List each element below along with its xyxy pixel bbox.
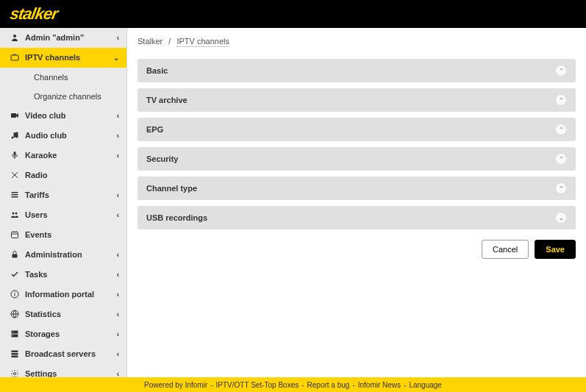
chevron-up-icon: ⌃ <box>555 153 567 165</box>
sidebar-item-label: Admin "admin" <box>25 33 84 42</box>
svg-rect-2 <box>11 113 16 118</box>
save-button[interactable]: Save <box>535 240 576 259</box>
sidebar-sub-organize-channels[interactable]: Organize channels <box>0 87 126 106</box>
breadcrumb-parent[interactable]: Stalker <box>137 37 162 46</box>
lock-icon <box>10 250 19 259</box>
svg-point-10 <box>12 213 15 215</box>
mic-icon <box>10 151 19 160</box>
sidebar-item-admin-admin-[interactable]: Admin "admin"‹ <box>0 28 126 48</box>
sidebar-sub-channels[interactable]: Channels <box>0 68 126 87</box>
sidebar-item-audio-club[interactable]: Audio club‹ <box>0 126 126 146</box>
chevron-left-icon: ‹ <box>117 251 119 259</box>
footer-link-reportbug[interactable]: Report a bug <box>307 381 350 389</box>
sidebar-item-broadcast-servers[interactable]: Broadcast servers‹ <box>0 344 126 364</box>
chevron-up-icon: ⌃ <box>555 65 567 76</box>
panel-title: USB recordings <box>146 213 207 222</box>
svg-rect-8 <box>12 194 18 196</box>
svg-point-6 <box>14 174 15 176</box>
layout: Admin "admin"‹IPTV channels⌄ChannelsOrga… <box>0 28 586 377</box>
panel-usb-recordings[interactable]: USB recordings⌄ <box>137 206 576 229</box>
chevron-left-icon: ‹ <box>117 112 119 120</box>
chevron-left-icon: ‹ <box>117 330 119 338</box>
topbar: stalker <box>0 0 586 28</box>
panel-title: TV archive <box>146 96 187 104</box>
sidebar-item-label: Audio club <box>25 131 67 140</box>
chevron-left-icon: ‹ <box>117 34 119 42</box>
svg-rect-26 <box>12 353 18 355</box>
info-icon <box>10 290 19 299</box>
sidebar-item-label: Events <box>25 230 51 239</box>
svg-rect-1 <box>11 55 18 60</box>
chevron-down-icon: ⌄ <box>113 54 119 62</box>
chevron-left-icon: ‹ <box>117 132 119 140</box>
sidebar-item-label: Tariffs <box>25 190 49 199</box>
chevron-down-icon: ⌄ <box>555 212 567 224</box>
check-icon <box>10 270 19 279</box>
sidebar-item-administration[interactable]: Administration‹ <box>0 245 126 265</box>
panel-basic[interactable]: Basic⌃ <box>137 59 576 82</box>
svg-point-0 <box>13 35 16 38</box>
svg-point-28 <box>14 373 16 375</box>
sidebar-item-tariffs[interactable]: Tariffs‹ <box>0 185 126 205</box>
sidebar-item-radio[interactable]: Radio <box>0 165 126 185</box>
calendar-icon <box>10 230 19 239</box>
svg-rect-16 <box>12 254 18 258</box>
sidebar-item-events[interactable]: Events <box>0 225 126 245</box>
sidebar-item-iptv-channels[interactable]: IPTV channels⌄ <box>0 48 126 68</box>
server-icon <box>10 349 19 358</box>
sidebar-item-label: Administration <box>25 250 82 259</box>
footer-text: Powered by Infomir <box>144 381 207 389</box>
main: Stalker / IPTV channels Basic⌃TV archive… <box>127 28 586 377</box>
panel-channel-type[interactable]: Channel type⌃ <box>137 177 576 200</box>
panel-title: EPG <box>146 125 163 134</box>
svg-point-11 <box>15 213 18 215</box>
chevron-up-icon: ⌃ <box>555 124 567 135</box>
chevron-left-icon: ‹ <box>117 291 119 299</box>
sidebar-item-tasks[interactable]: Tasks‹ <box>0 265 126 285</box>
panel-epg[interactable]: EPG⌃ <box>137 118 576 141</box>
globe-icon <box>10 310 19 318</box>
sidebar-item-label: Radio <box>25 171 48 179</box>
sidebar-item-information-portal[interactable]: Information portal‹ <box>0 285 126 304</box>
chevron-left-icon: ‹ <box>117 152 119 160</box>
sidebar-item-statistics[interactable]: Statistics‹ <box>0 304 126 324</box>
tv-icon <box>10 53 19 62</box>
svg-rect-9 <box>12 196 18 198</box>
svg-rect-19 <box>15 292 15 293</box>
panel-tv-archive[interactable]: TV archive⌃ <box>137 88 576 112</box>
footer-link-news[interactable]: Infomir News <box>358 381 401 389</box>
panel-security[interactable]: Security⌃ <box>137 147 576 171</box>
chevron-left-icon: ‹ <box>117 271 119 279</box>
svg-rect-22 <box>12 335 18 338</box>
svg-rect-27 <box>12 356 18 358</box>
chevron-left-icon: ‹ <box>117 370 119 378</box>
sidebar-item-label: Tasks <box>25 270 47 279</box>
sidebar-item-settings[interactable]: Settings‹ <box>0 364 126 377</box>
gear-icon <box>10 369 19 377</box>
breadcrumb-sep: / <box>168 37 171 46</box>
video-icon <box>10 111 19 120</box>
sidebar-item-karaoke[interactable]: Karaoke‹ <box>0 146 126 165</box>
chevron-left-icon: ‹ <box>117 310 119 318</box>
svg-rect-18 <box>15 293 15 296</box>
svg-rect-5 <box>14 152 16 156</box>
sidebar-item-video-club[interactable]: Video club‹ <box>0 106 126 126</box>
cancel-button[interactable]: Cancel <box>482 240 529 259</box>
svg-point-24 <box>12 335 13 336</box>
svg-rect-7 <box>12 192 18 193</box>
panel-title: Channel type <box>146 184 197 193</box>
panel-title: Basic <box>146 66 168 75</box>
sidebar-item-label: IPTV channels <box>25 53 80 62</box>
breadcrumb-current: IPTV channels <box>176 37 229 47</box>
sidebar-item-users[interactable]: Users‹ <box>0 205 126 225</box>
sidebar-item-storages[interactable]: Storages‹ <box>0 324 126 344</box>
footer-link-language[interactable]: Language <box>409 381 442 389</box>
sidebar-item-label: Statistics <box>25 310 61 318</box>
actions: Cancel Save <box>137 240 576 259</box>
footer-link-stb[interactable]: IPTV/OTT Set-Top Boxes <box>216 381 299 389</box>
music-icon <box>10 131 19 140</box>
panel-title: Security <box>146 154 178 163</box>
chevron-left-icon: ‹ <box>117 211 119 219</box>
chevron-up-icon: ⌃ <box>555 94 567 106</box>
sidebar: Admin "admin"‹IPTV channels⌄ChannelsOrga… <box>0 28 127 377</box>
